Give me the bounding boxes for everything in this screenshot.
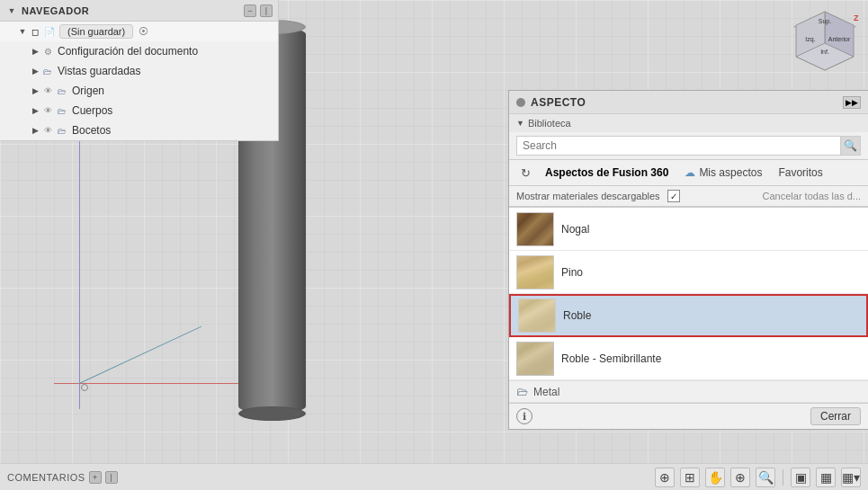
tool-grid-toggle[interactable]: ▦ xyxy=(816,468,836,487)
bocetos-label: Bocetos xyxy=(72,124,111,137)
tool-move[interactable]: ⊕ xyxy=(655,468,675,487)
nogal-thumb xyxy=(516,212,554,246)
cuerpos-eye-icon[interactable]: 👁 xyxy=(41,104,54,117)
root-arrow[interactable]: ▼ xyxy=(16,25,29,38)
vistas-arrow[interactable]: ▶ xyxy=(29,65,41,77)
tree-item-origen[interactable]: ▶ 👁 🗁 Origen xyxy=(0,81,278,101)
svg-text:Izq.: Izq. xyxy=(805,36,815,43)
bottom-left: COMENTARIOS + | xyxy=(7,471,118,484)
material-item-nogal[interactable]: Nogal xyxy=(509,208,868,251)
y-axis xyxy=(79,94,80,409)
aspect-dot-icon xyxy=(516,98,525,107)
library-section: ▼ Biblioteca xyxy=(509,114,868,132)
cancel-link[interactable]: Cancelar todas las d... xyxy=(763,191,861,201)
roble-name: Roble xyxy=(563,309,591,322)
materials-row: Mostrar materiales descargables ✓ Cancel… xyxy=(509,186,868,207)
material-item-roble[interactable]: Roble xyxy=(509,294,868,337)
tool-separator-1 xyxy=(783,469,783,486)
navigator-header-left: ▼ NAVEGADOR xyxy=(5,4,89,17)
svg-text:Anterior: Anterior xyxy=(828,36,851,42)
nogal-name: Nogal xyxy=(561,223,589,236)
close-button[interactable]: Cerrar xyxy=(810,407,861,425)
tab-favoritos[interactable]: Favoritos xyxy=(773,165,828,181)
metal-label: Metal xyxy=(533,386,559,398)
cuerpos-icons: 👁 🗁 xyxy=(41,104,68,117)
root-folder-icon: ◻ xyxy=(29,25,41,38)
library-arrow[interactable]: ▼ xyxy=(516,119,524,128)
origen-arrow[interactable]: ▶ xyxy=(29,85,41,97)
close-label: Cerrar xyxy=(820,410,851,423)
root-eye-icon[interactable]: ⦿ xyxy=(137,25,149,38)
tree-item-cuerpos[interactable]: ▶ 👁 🗁 Cuerpos xyxy=(0,101,278,120)
pino-name: Pino xyxy=(561,266,583,279)
info-icon-text: ℹ xyxy=(523,411,526,423)
tool-grid[interactable]: ⊞ xyxy=(680,468,700,487)
search-button[interactable]: 🔍 xyxy=(841,136,861,156)
tool-grid-dropdown[interactable]: ▦▾ xyxy=(841,468,861,487)
bottom-tools: ⊕ ⊞ ✋ ⊕ 🔍 ▣ ▦ ▦▾ xyxy=(655,468,861,487)
vistas-icons: 🗁 xyxy=(41,65,54,77)
tree-item-vistas[interactable]: ▶ 🗁 Vistas guardadas xyxy=(0,61,278,81)
vistas-label: Vistas guardadas xyxy=(58,65,141,77)
tree-root[interactable]: ▼ ◻ 📄 (Sin guardar) ⦿ xyxy=(0,22,278,41)
mis-aspectos-label: Mis aspectos xyxy=(699,166,762,179)
bottom-bar: COMENTARIOS + | ⊕ ⊞ ✋ ⊕ 🔍 ▣ ▦ ▦▾ xyxy=(0,463,868,490)
cuerpos-arrow[interactable]: ▶ xyxy=(29,104,41,117)
config-label: Configuración del documento xyxy=(58,45,198,58)
library-label: Biblioteca xyxy=(528,118,571,129)
cuerpos-folder-icon: 🗁 xyxy=(56,104,68,117)
material-item-pino[interactable]: Pino xyxy=(509,251,868,294)
nav-controls: − | xyxy=(244,4,273,17)
info-button[interactable]: ℹ xyxy=(516,408,532,424)
tree-item-bocetos[interactable]: ▶ 👁 🗁 Bocetos xyxy=(0,120,278,140)
materials-label: Mostrar materiales descargables xyxy=(516,191,660,201)
add-comment-btn[interactable]: + xyxy=(89,471,102,484)
nav-pin-btn[interactable]: | xyxy=(260,4,273,17)
tool-zoom-window[interactable]: ⊕ xyxy=(730,468,750,487)
bocetos-arrow[interactable]: ▶ xyxy=(29,124,41,137)
tool-zoom-fit[interactable]: 🔍 xyxy=(756,468,775,487)
fusion-tab-label: Aspectos de Fusion 360 xyxy=(545,166,668,179)
material-item-roble-semi[interactable]: Roble - Semibrillante xyxy=(509,337,868,380)
origen-icons: 👁 🗁 xyxy=(41,85,68,97)
comments-label: COMENTARIOS xyxy=(7,472,85,483)
tool-display[interactable]: ▣ xyxy=(791,468,810,487)
bocetos-icons: 👁 🗁 xyxy=(41,124,68,137)
nav-collapse-arrow[interactable]: ▼ xyxy=(5,4,18,17)
config-icons: ⚙ xyxy=(41,45,54,58)
metal-section[interactable]: 🗁 Metal xyxy=(509,380,868,403)
roble-thumb xyxy=(518,298,556,333)
root-label: (Sin guardar) xyxy=(59,24,133,39)
tab-mis-aspectos[interactable]: ☁ Mis aspectos xyxy=(679,165,767,181)
aspect-title-text: ASPECTO xyxy=(531,96,586,109)
nav-minimize-btn[interactable]: − xyxy=(244,4,256,17)
tree-item-config[interactable]: ▶ ⚙ Configuración del documento xyxy=(0,41,278,61)
favoritos-label: Favoritos xyxy=(778,166,822,179)
aspect-title-group: ASPECTO xyxy=(516,96,586,109)
config-gear-icon: ⚙ xyxy=(41,45,54,58)
cloud-icon: ☁ xyxy=(685,166,695,179)
cuerpos-label: Cuerpos xyxy=(72,104,112,117)
tabs-row: ↻ Aspectos de Fusion 360 ☁ Mis aspectos … xyxy=(509,160,868,186)
svg-text:Inf.: Inf. xyxy=(820,49,829,55)
refresh-button[interactable]: ↻ xyxy=(516,164,534,182)
origen-eye-icon[interactable]: 👁 xyxy=(41,85,54,97)
svg-text:Z: Z xyxy=(854,13,859,22)
metal-folder-icon: 🗁 xyxy=(516,385,528,398)
root-icons: ◻ 📄 xyxy=(29,25,56,38)
panel-footer: ℹ Cerrar xyxy=(509,403,868,429)
viewcube[interactable]: Anterior Izq. Inf. Sup. Z xyxy=(789,7,861,79)
navigator-panel: ▼ NAVEGADOR − | ▼ ◻ 📄 (Sin guardar) ⦿ ▶ … xyxy=(0,0,279,141)
bocetos-folder-icon: 🗁 xyxy=(56,124,68,137)
comment-pin-btn[interactable]: | xyxy=(105,471,118,484)
origen-label: Origen xyxy=(72,85,104,97)
config-arrow[interactable]: ▶ xyxy=(29,45,41,58)
tool-pan[interactable]: ✋ xyxy=(705,468,725,487)
bocetos-eye-icon[interactable]: 👁 xyxy=(41,124,54,137)
vistas-folder-icon: 🗁 xyxy=(41,65,54,77)
tab-fusion-aspects[interactable]: Aspectos de Fusion 360 xyxy=(540,165,674,181)
search-input[interactable] xyxy=(516,136,841,156)
root-doc-icon: 📄 xyxy=(43,25,56,38)
aspect-expand-btn[interactable]: ▶▶ xyxy=(843,96,861,109)
materials-checkbox[interactable]: ✓ xyxy=(667,190,680,202)
